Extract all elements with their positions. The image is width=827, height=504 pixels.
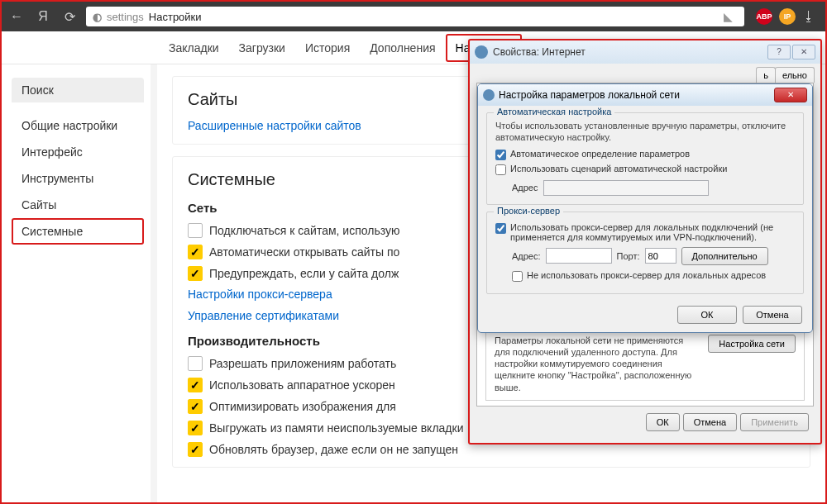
checkbox-label: Использовать аппаратное ускорен — [209, 378, 395, 392]
yandex-button[interactable]: Я — [33, 9, 53, 24]
tab-history[interactable]: История — [295, 34, 360, 62]
back-button[interactable]: ← — [7, 9, 26, 24]
abp-badge-icon[interactable]: ABP — [756, 8, 772, 25]
dialog-tab[interactable]: ельно — [775, 67, 815, 83]
internet-properties-dialog: Свойства: Интернет ? ✕ ь ельно Настройка… — [468, 39, 822, 445]
connections-tab-pane: Настройка параметров локальной сети ✕ Ав… — [476, 83, 814, 407]
checkbox-label: Автоматическое определение параметров — [510, 149, 690, 159]
ok-button[interactable]: ОК — [646, 413, 680, 431]
auto-detect-checkbox[interactable] — [495, 150, 506, 160]
checkbox-label: Обновлять браузер, даже если он не запущ… — [209, 443, 458, 456]
checkbox[interactable] — [188, 442, 203, 457]
checkbox[interactable] — [188, 378, 203, 392]
sidebar-item-interface[interactable]: Интерфейс — [12, 139, 151, 165]
checkbox[interactable] — [188, 223, 203, 238]
tab-extensions[interactable]: Дополнения — [360, 34, 445, 62]
use-script-checkbox[interactable] — [495, 164, 506, 175]
bookmark-icon[interactable]: ◣ — [724, 10, 738, 23]
sidebar-item-tools[interactable]: Инструменты — [12, 165, 151, 192]
proxy-port-input[interactable] — [645, 248, 676, 264]
globe-icon — [475, 45, 488, 59]
cancel-button[interactable]: Отмена — [743, 306, 802, 324]
checkbox[interactable] — [188, 356, 203, 371]
lan-dialog-title-text: Настройка параметров локальной сети — [499, 89, 680, 101]
globe-icon — [483, 89, 495, 101]
auto-config-note: Чтобы использовать установленные вручную… — [495, 120, 795, 144]
advanced-button[interactable]: Дополнительно — [681, 247, 768, 265]
reload-button[interactable]: ⟳ — [60, 9, 79, 25]
close-button[interactable]: ✕ — [774, 88, 807, 102]
checkbox-label: Разрешать приложениям работать — [209, 357, 396, 370]
cancel-button[interactable]: Отмена — [683, 413, 737, 431]
ok-button[interactable]: ОК — [677, 306, 737, 324]
checkbox-label: Автоматически открывать сайты по — [209, 245, 399, 259]
sidebar-item-system[interactable]: Системные — [12, 218, 144, 245]
settings-sidebar: Поиск Общие настройки Интерфейс Инструме… — [2, 64, 151, 504]
checkbox-label: Не использовать прокси-сервер для локаль… — [527, 270, 766, 280]
group-legend: Прокси-сервер — [494, 206, 563, 216]
close-button[interactable]: ✕ — [792, 45, 815, 59]
checkbox[interactable] — [188, 421, 203, 435]
dialog-title-text: Свойства: Интернет — [493, 46, 586, 58]
checkbox-label: Выгружать из памяти неиспользуемые вклад… — [209, 421, 463, 435]
tab-downloads[interactable]: Загрузки — [229, 34, 295, 62]
dialog-tab[interactable]: ь — [756, 67, 776, 83]
group-legend: Автоматическая настройка — [494, 107, 614, 116]
lan-settings-button[interactable]: Настройка сети — [708, 335, 796, 353]
dialog-titlebar[interactable]: Свойства: Интернет ? ✕ — [470, 40, 820, 64]
lan-settings-group: Настройка параметров локальной сети Пара… — [485, 324, 805, 401]
checkbox[interactable] — [188, 399, 203, 414]
checkbox[interactable] — [188, 266, 203, 281]
apply-button[interactable]: Применить — [740, 413, 809, 431]
script-address-input — [543, 180, 709, 196]
tab-bookmarks[interactable]: Закладки — [159, 34, 229, 62]
use-proxy-checkbox[interactable] — [495, 223, 506, 234]
browser-toolbar: ← Я ⟳ ◐ settings Настройки ◣ ABP IP ⭳ — [2, 2, 825, 31]
bypass-local-checkbox[interactable] — [512, 271, 523, 282]
url-prefix: settings — [107, 11, 144, 23]
lan-settings-dialog: Настройка параметров локальной сети ✕ Ав… — [477, 83, 813, 333]
auto-config-group: Автоматическая настройка Чтобы использов… — [486, 112, 804, 205]
checkbox-label: Предупреждать, если у сайта долж — [209, 267, 399, 280]
sidebar-item-sites[interactable]: Сайты — [12, 192, 151, 218]
help-button[interactable]: ? — [767, 45, 791, 59]
checkbox-label: Подключаться к сайтам, использую — [209, 224, 399, 237]
omnibox-icon: ◐ — [93, 11, 102, 23]
proxy-address-input[interactable] — [546, 248, 612, 264]
sidebar-search[interactable]: Поиск — [12, 78, 144, 102]
address-label: Адрес — [512, 183, 538, 193]
proxy-address-label: Адрес: — [512, 251, 541, 261]
proxy-server-group: Прокси-сервер Использовать прокси-сервер… — [486, 212, 804, 294]
checkbox-label: Оптимизировать изображения для — [209, 400, 396, 413]
lan-dialog-titlebar[interactable]: Настройка параметров локальной сети ✕ — [478, 84, 812, 106]
checkbox-label: Использовать сценарий автоматической нас… — [510, 164, 727, 174]
checkbox-label: Использовать прокси-сервер для локальных… — [510, 222, 795, 242]
lan-settings-text: Параметры локальной сети не применяются … — [495, 335, 700, 393]
checkbox[interactable] — [188, 245, 203, 259]
download-icon[interactable]: ⭳ — [802, 9, 815, 24]
proxy-port-label: Порт: — [617, 251, 640, 261]
url-title: Настройки — [149, 11, 202, 23]
ip-badge-icon[interactable]: IP — [779, 8, 796, 25]
sidebar-item-general[interactable]: Общие настройки — [12, 112, 151, 139]
address-bar[interactable]: ◐ settings Настройки ◣ — [86, 7, 744, 26]
